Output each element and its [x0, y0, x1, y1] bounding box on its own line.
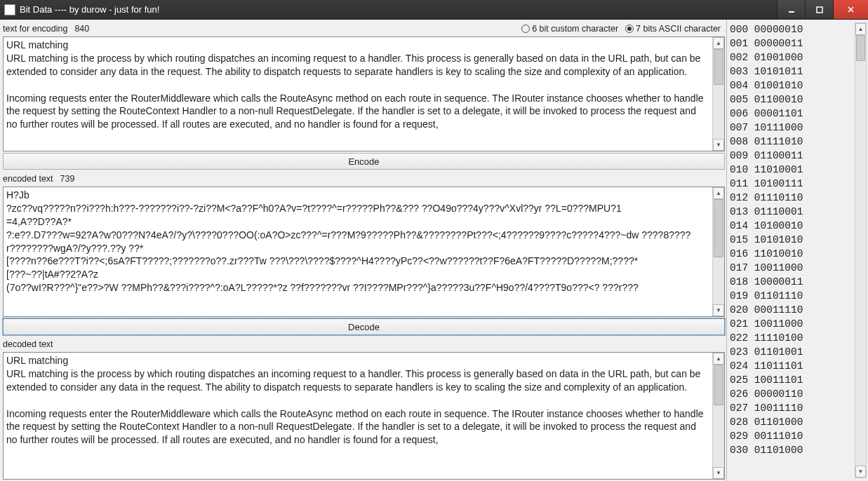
encoded-count: 739 — [60, 174, 75, 184]
encoded-label-row: encoded text 739 — [3, 171, 725, 187]
scroll-up-icon[interactable]: ▲ — [855, 23, 866, 35]
decoded-label-row: decoded text — [3, 337, 725, 352]
scroll-up-icon[interactable]: ▲ — [713, 187, 724, 199]
decoded-scrollbar[interactable]: ▲ ▼ — [712, 353, 724, 479]
radio-7bit[interactable]: 7 bits ASCII character — [625, 24, 721, 34]
input-count: 840 — [74, 24, 89, 34]
scroll-down-icon[interactable]: ▼ — [713, 467, 724, 479]
scroll-up-icon[interactable]: ▲ — [713, 37, 724, 49]
input-textbox-content: URL matching URL matching is the process… — [4, 37, 712, 151]
minimize-button[interactable] — [777, 0, 805, 19]
title-bar: Bit Data ---- by durow - just for fun! — [0, 0, 868, 20]
radio-6bit[interactable]: 6 bit custom character — [521, 24, 618, 34]
window-controls — [777, 0, 868, 19]
bit-scrollbar[interactable]: ▲ ▼ — [855, 22, 867, 478]
scroll-down-icon[interactable]: ▼ — [713, 304, 724, 316]
close-button[interactable] — [833, 0, 868, 19]
encoded-scrollbar[interactable]: ▲ ▼ — [712, 187, 724, 316]
left-pane: text for encoding 840 6 bit custom chara… — [0, 20, 726, 481]
encode-button[interactable]: Encode — [3, 153, 725, 170]
input-label: text for encoding — [3, 24, 67, 34]
decoded-label: decoded text — [3, 339, 53, 349]
encoded-textbox-content: H?Jb ?zc??vq?????n??i???h:h???-???????i?… — [4, 187, 712, 316]
decode-button[interactable]: Decode — [3, 318, 725, 335]
svg-rect-0 — [789, 11, 794, 13]
window-title: Bit Data ---- by durow - just for fun! — [20, 4, 777, 15]
scroll-down-icon[interactable]: ▼ — [855, 466, 866, 477]
encoded-textbox[interactable]: H?Jb ?zc??vq?????n??i???h:h???-???????i?… — [3, 187, 725, 317]
radio-7bit-label: 7 bits ASCII character — [636, 24, 721, 34]
svg-rect-1 — [817, 7, 822, 13]
radio-6bit-dot — [521, 25, 530, 33]
scroll-up-icon[interactable]: ▲ — [713, 353, 724, 365]
radio-7bit-dot — [625, 25, 634, 33]
encoded-label: encoded text — [3, 174, 53, 184]
scroll-down-icon[interactable]: ▼ — [713, 139, 724, 151]
bit-list[interactable]: 000 00000010 001 00000011 002 01001000 0… — [730, 22, 855, 478]
input-label-row: text for encoding 840 6 bit custom chara… — [3, 21, 725, 36]
encoding-options: 6 bit custom character 7 bits ASCII char… — [521, 24, 725, 34]
decoded-textbox[interactable]: URL matching URL matching is the process… — [3, 352, 725, 480]
radio-6bit-label: 6 bit custom character — [532, 24, 618, 34]
app-icon — [4, 4, 15, 15]
maximize-button[interactable] — [805, 0, 833, 19]
input-textbox[interactable]: URL matching URL matching is the process… — [3, 36, 725, 151]
input-scrollbar[interactable]: ▲ ▼ — [712, 37, 724, 151]
decoded-textbox-content: URL matching URL matching is the process… — [4, 353, 712, 479]
bit-pane: 000 00000010 001 00000011 002 01001000 0… — [726, 20, 868, 481]
